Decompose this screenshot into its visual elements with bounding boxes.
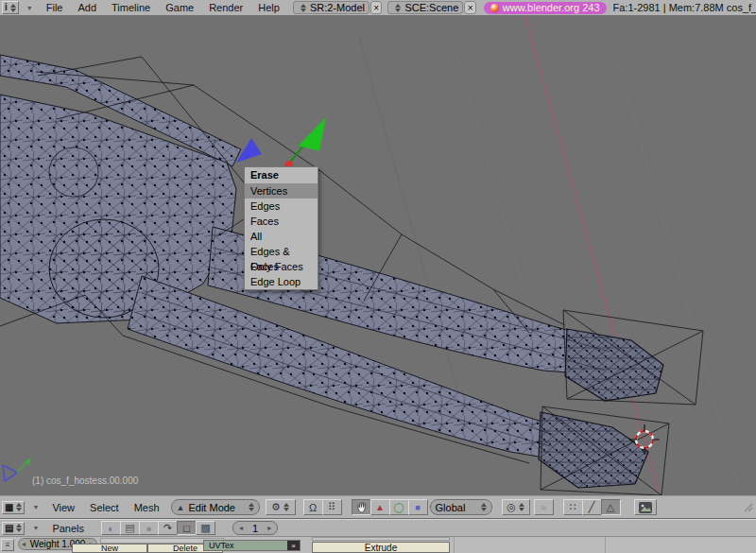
menu-render[interactable]: Render	[209, 2, 243, 13]
manipulator-translate-button[interactable]: ▲	[370, 499, 390, 515]
menu-item-vertices[interactable]: Vertices	[245, 183, 318, 199]
resize-grip-icon[interactable]	[743, 499, 753, 516]
frame-increment-icon[interactable]: ▸	[267, 524, 271, 532]
spin-arrows-icon	[16, 503, 22, 511]
move-centers-button[interactable]: ⠿	[322, 499, 342, 515]
panel-align-button[interactable]: ≡	[1, 539, 14, 551]
manipulator-rotate-button[interactable]: ◯	[389, 499, 409, 515]
face-mode-icon: △	[607, 501, 614, 513]
pivot-icon: Ω	[309, 502, 317, 513]
vertex-select-button[interactable]: ∷	[563, 499, 583, 515]
blender-org-button[interactable]: www.blender.org 243	[484, 2, 607, 14]
scene-close-button[interactable]: ×	[464, 1, 475, 14]
top-menu-bar: i ▼ File Add Timeline Game Render Help S…	[0, 0, 756, 16]
stats-text: Fa:1-2981 | Mem:7.88M cos_f_host	[613, 2, 756, 13]
menu-item-faces[interactable]: Faces	[245, 214, 318, 229]
pivot-dropdown[interactable]: Ω	[303, 499, 323, 515]
viewport-3d[interactable]: (1) cos_f_hostess.00.000 Erase Vertices …	[0, 16, 756, 495]
menu-panels[interactable]: Panels	[52, 523, 84, 534]
collapse-menu-icon[interactable]: ▼	[32, 525, 39, 531]
shading-buttons-button[interactable]: ●	[139, 521, 159, 535]
screen-selector[interactable]: SR:2-Model	[293, 1, 369, 14]
frame-value: 1	[252, 523, 258, 534]
panel-tabs	[312, 537, 450, 541]
rotate-icon: ◯	[393, 502, 404, 512]
view3d-window-type-button[interactable]: ▦	[2, 501, 25, 514]
spin-arrows-icon	[481, 503, 487, 511]
weight-decrement-icon[interactable]: ◂	[22, 540, 26, 548]
menu-item-edge-loop[interactable]: Edge Loop	[245, 274, 318, 289]
mode-triangle-icon: ▲	[177, 503, 185, 512]
render-image-icon	[639, 502, 652, 513]
buttons-panel-strip: ≡ ◂ Weight 1.000 ▸ New Delete UVTex × Ex…	[0, 537, 756, 553]
info-window-icon: i	[5, 3, 8, 12]
uvtex-delete-button[interactable]: ×	[287, 541, 300, 550]
mode-dropdown[interactable]: ▲ Edit Mode	[171, 499, 260, 515]
face-select-button[interactable]: △	[601, 499, 621, 515]
browse-scenes-icon	[395, 4, 401, 12]
object-icon: ↷	[163, 522, 172, 534]
viewport-canvas[interactable]	[0, 16, 756, 495]
edge-select-button[interactable]: ╱	[582, 499, 602, 515]
proportional-edit-icon: ◎	[507, 501, 516, 513]
manipulator-toggle-button[interactable]	[352, 499, 371, 515]
object-buttons-button[interactable]: ↷	[158, 521, 178, 535]
menu-timeline[interactable]: Timeline	[112, 2, 150, 13]
render-preview-button[interactable]	[634, 499, 657, 515]
editing-buttons-button[interactable]: □	[177, 521, 197, 535]
frame-decrement-icon[interactable]: ◂	[239, 524, 243, 532]
blender-ball-icon	[490, 4, 499, 12]
buttons-window-icon: ▤	[5, 524, 13, 533]
object-info-text: (1) cos_f_hostess.00.000	[32, 475, 138, 486]
menu-game[interactable]: Game	[165, 2, 194, 13]
menu-item-all[interactable]: All	[245, 229, 318, 244]
logic-icon: ◐	[108, 523, 114, 534]
uvtex-name-field[interactable]: UVTex ×	[203, 540, 301, 551]
shading-icon: ●	[146, 523, 152, 534]
scene-buttons-button[interactable]: ▩	[196, 521, 215, 535]
view3d-header: ▦ ▼ View Select Mesh ▲ Edit Mode ⚙ Ω ⠿	[0, 495, 756, 519]
manipulator-green-arrow	[299, 117, 326, 151]
panel-divider	[605, 537, 606, 553]
translate-icon: ▲	[375, 502, 385, 512]
extrude-button[interactable]: Extrude	[312, 542, 450, 553]
view-axis-gizmo	[3, 457, 31, 481]
blender-org-label: www.blender.org 243	[503, 2, 600, 13]
menu-item-edges-faces[interactable]: Edges & Faces	[245, 244, 318, 259]
scene-icon: ▩	[200, 522, 210, 534]
window-type-button[interactable]: i	[2, 1, 19, 14]
script-buttons-button[interactable]: ▤	[120, 521, 140, 535]
falloff-icon: ≈	[541, 502, 546, 513]
spin-arrows-icon	[10, 4, 16, 12]
falloff-dropdown[interactable]: ≈	[534, 499, 554, 515]
screen-close-button[interactable]: ×	[370, 1, 382, 14]
collapse-menu-icon[interactable]: ▼	[32, 504, 39, 510]
scale-icon: ■	[415, 503, 420, 512]
draw-type-dropdown[interactable]: ⚙	[266, 499, 296, 515]
collapse-menu-icon[interactable]: ▼	[26, 5, 33, 11]
menu-mesh[interactable]: Mesh	[134, 502, 160, 513]
script-icon: ▤	[125, 522, 134, 534]
orientation-dropdown[interactable]: Global	[430, 499, 492, 515]
scene-selector-value: SCE:Scene	[404, 2, 458, 13]
grid-window-icon: ▦	[5, 503, 13, 512]
browse-screens-icon	[301, 4, 306, 12]
menu-view[interactable]: View	[52, 502, 75, 513]
erase-popup-menu: Erase Vertices Edges Faces All Edges & F…	[244, 166, 318, 290]
vertex-group-new-button[interactable]: New	[72, 544, 147, 553]
manipulator-scale-button[interactable]: ■	[408, 499, 428, 515]
buttons-window-type-button[interactable]: ▤	[2, 522, 25, 535]
menu-file[interactable]: File	[46, 2, 63, 13]
uvtex-value: UVTex	[209, 541, 234, 550]
scene-selector[interactable]: SCE:Scene	[387, 1, 463, 14]
menu-help[interactable]: Help	[258, 2, 280, 13]
logic-buttons-button[interactable]: ◐	[101, 521, 121, 535]
menu-item-edges[interactable]: Edges	[245, 199, 318, 214]
menu-item-only-faces[interactable]: Only Faces	[245, 259, 318, 274]
spin-arrows-icon	[249, 503, 254, 511]
blender-window: i ▼ File Add Timeline Game Render Help S…	[0, 0, 756, 553]
menu-add[interactable]: Add	[77, 2, 96, 13]
frame-number-stepper[interactable]: ◂ 1 ▸	[232, 521, 278, 535]
proportional-edit-dropdown[interactable]: ◎	[502, 499, 530, 515]
menu-select[interactable]: Select	[90, 502, 119, 513]
